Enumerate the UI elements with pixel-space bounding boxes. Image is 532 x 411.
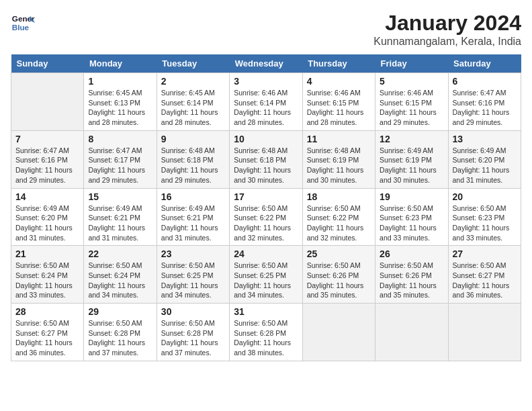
day-detail: Sunrise: 6:47 AMSunset: 6:16 PMDaylight:… xyxy=(15,146,79,185)
calendar-cell xyxy=(11,73,84,131)
calendar-cell: 18Sunrise: 6:50 AMSunset: 6:22 PMDayligh… xyxy=(302,188,375,246)
calendar-title: January 2024 xyxy=(373,11,521,36)
calendar-cell: 17Sunrise: 6:50 AMSunset: 6:22 PMDayligh… xyxy=(230,188,302,246)
calendar-cell: 14Sunrise: 6:49 AMSunset: 6:20 PMDayligh… xyxy=(11,188,84,246)
day-number: 25 xyxy=(307,248,371,259)
calendar-subtitle: Kunnamangalam, Kerala, India xyxy=(373,36,521,48)
day-detail: Sunrise: 6:50 AMSunset: 6:26 PMDaylight:… xyxy=(307,261,371,300)
day-detail: Sunrise: 6:50 AMSunset: 6:22 PMDaylight:… xyxy=(234,203,298,243)
logo: General Blue General Blue xyxy=(11,11,35,35)
day-number: 20 xyxy=(453,191,517,202)
calendar-cell: 31Sunrise: 6:50 AMSunset: 6:28 PMDayligh… xyxy=(230,304,302,361)
day-number: 1 xyxy=(88,76,152,87)
day-header-sunday: Sunday xyxy=(11,54,84,73)
day-detail: Sunrise: 6:46 AMSunset: 6:15 PMDaylight:… xyxy=(380,88,443,128)
calendar-cell: 29Sunrise: 6:50 AMSunset: 6:28 PMDayligh… xyxy=(84,304,157,361)
day-number: 28 xyxy=(15,306,79,317)
day-detail: Sunrise: 6:50 AMSunset: 6:25 PMDaylight:… xyxy=(161,261,225,300)
calendar-cell: 6Sunrise: 6:47 AMSunset: 6:16 PMDaylight… xyxy=(448,73,521,131)
day-number: 4 xyxy=(307,76,371,87)
day-detail: Sunrise: 6:50 AMSunset: 6:22 PMDaylight:… xyxy=(307,203,371,243)
week-row-3: 14Sunrise: 6:49 AMSunset: 6:20 PMDayligh… xyxy=(11,188,521,246)
calendar-table: SundayMondayTuesdayWednesdayThursdayFrid… xyxy=(11,54,521,361)
day-detail: Sunrise: 6:46 AMSunset: 6:14 PMDaylight:… xyxy=(234,88,298,128)
calendar-cell: 30Sunrise: 6:50 AMSunset: 6:28 PMDayligh… xyxy=(157,304,229,361)
day-number: 6 xyxy=(453,76,517,87)
calendar-cell: 26Sunrise: 6:50 AMSunset: 6:26 PMDayligh… xyxy=(375,246,448,304)
day-detail: Sunrise: 6:47 AMSunset: 6:17 PMDaylight:… xyxy=(88,146,152,185)
day-number: 14 xyxy=(15,191,79,202)
day-detail: Sunrise: 6:49 AMSunset: 6:21 PMDaylight:… xyxy=(88,203,152,243)
day-detail: Sunrise: 6:48 AMSunset: 6:18 PMDaylight:… xyxy=(161,146,225,185)
calendar-cell: 21Sunrise: 6:50 AMSunset: 6:24 PMDayligh… xyxy=(11,246,84,304)
day-detail: Sunrise: 6:50 AMSunset: 6:23 PMDaylight:… xyxy=(453,203,517,243)
calendar-cell: 12Sunrise: 6:49 AMSunset: 6:19 PMDayligh… xyxy=(375,130,448,188)
logo-icon: General Blue xyxy=(11,11,35,35)
calendar-cell: 16Sunrise: 6:49 AMSunset: 6:21 PMDayligh… xyxy=(157,188,229,246)
title-block: January 2024 Kunnamangalam, Kerala, Indi… xyxy=(373,11,521,48)
day-detail: Sunrise: 6:46 AMSunset: 6:15 PMDaylight:… xyxy=(307,88,371,128)
day-number: 19 xyxy=(380,191,443,202)
calendar-cell xyxy=(375,304,448,361)
day-number: 3 xyxy=(234,76,298,87)
day-number: 5 xyxy=(380,76,443,87)
calendar-cell: 5Sunrise: 6:46 AMSunset: 6:15 PMDaylight… xyxy=(375,73,448,131)
day-number: 7 xyxy=(15,134,79,144)
day-detail: Sunrise: 6:47 AMSunset: 6:16 PMDaylight:… xyxy=(453,88,517,128)
day-number: 31 xyxy=(234,306,298,317)
day-number: 23 xyxy=(161,248,225,259)
calendar-cell: 13Sunrise: 6:49 AMSunset: 6:20 PMDayligh… xyxy=(448,130,521,188)
calendar-cell: 7Sunrise: 6:47 AMSunset: 6:16 PMDaylight… xyxy=(11,130,84,188)
day-detail: Sunrise: 6:50 AMSunset: 6:27 PMDaylight:… xyxy=(453,261,517,300)
calendar-cell: 2Sunrise: 6:45 AMSunset: 6:14 PMDaylight… xyxy=(157,73,229,131)
day-number: 27 xyxy=(453,248,517,259)
day-header-wednesday: Wednesday xyxy=(230,54,302,73)
day-detail: Sunrise: 6:50 AMSunset: 6:28 PMDaylight:… xyxy=(88,318,152,358)
calendar-cell: 15Sunrise: 6:49 AMSunset: 6:21 PMDayligh… xyxy=(84,188,157,246)
day-detail: Sunrise: 6:50 AMSunset: 6:26 PMDaylight:… xyxy=(380,261,443,300)
calendar-cell: 9Sunrise: 6:48 AMSunset: 6:18 PMDaylight… xyxy=(157,130,229,188)
calendar-cell: 8Sunrise: 6:47 AMSunset: 6:17 PMDaylight… xyxy=(84,130,157,188)
day-header-friday: Friday xyxy=(375,54,448,73)
day-detail: Sunrise: 6:45 AMSunset: 6:14 PMDaylight:… xyxy=(161,88,225,128)
day-number: 30 xyxy=(161,306,225,317)
day-detail: Sunrise: 6:50 AMSunset: 6:24 PMDaylight:… xyxy=(15,261,79,300)
day-header-tuesday: Tuesday xyxy=(157,54,229,73)
calendar-cell: 10Sunrise: 6:48 AMSunset: 6:18 PMDayligh… xyxy=(230,130,302,188)
svg-text:Blue: Blue xyxy=(12,23,30,32)
day-number: 8 xyxy=(88,134,152,144)
calendar-cell xyxy=(448,304,521,361)
calendar-cell: 11Sunrise: 6:48 AMSunset: 6:19 PMDayligh… xyxy=(302,130,375,188)
page-header: General Blue General Blue January 2024 K… xyxy=(11,11,521,48)
day-detail: Sunrise: 6:45 AMSunset: 6:13 PMDaylight:… xyxy=(88,88,152,128)
day-number: 29 xyxy=(88,306,152,317)
week-row-1: 1Sunrise: 6:45 AMSunset: 6:13 PMDaylight… xyxy=(11,73,521,131)
day-detail: Sunrise: 6:50 AMSunset: 6:23 PMDaylight:… xyxy=(380,203,443,243)
day-detail: Sunrise: 6:49 AMSunset: 6:19 PMDaylight:… xyxy=(380,146,443,185)
day-header-thursday: Thursday xyxy=(302,54,375,73)
day-number: 18 xyxy=(307,191,371,202)
calendar-cell: 1Sunrise: 6:45 AMSunset: 6:13 PMDaylight… xyxy=(84,73,157,131)
calendar-cell: 25Sunrise: 6:50 AMSunset: 6:26 PMDayligh… xyxy=(302,246,375,304)
day-number: 22 xyxy=(88,248,152,259)
day-number: 26 xyxy=(380,248,443,259)
week-row-5: 28Sunrise: 6:50 AMSunset: 6:27 PMDayligh… xyxy=(11,304,521,361)
calendar-cell: 3Sunrise: 6:46 AMSunset: 6:14 PMDaylight… xyxy=(230,73,302,131)
day-number: 12 xyxy=(380,134,443,144)
day-header-saturday: Saturday xyxy=(448,54,521,73)
day-number: 10 xyxy=(234,134,298,144)
calendar-cell: 20Sunrise: 6:50 AMSunset: 6:23 PMDayligh… xyxy=(448,188,521,246)
day-detail: Sunrise: 6:50 AMSunset: 6:27 PMDaylight:… xyxy=(15,318,79,358)
day-number: 13 xyxy=(453,134,517,144)
day-detail: Sunrise: 6:50 AMSunset: 6:28 PMDaylight:… xyxy=(234,318,298,358)
day-number: 9 xyxy=(161,134,225,144)
day-number: 17 xyxy=(234,191,298,202)
calendar-cell: 22Sunrise: 6:50 AMSunset: 6:24 PMDayligh… xyxy=(84,246,157,304)
day-number: 21 xyxy=(15,248,79,259)
day-detail: Sunrise: 6:48 AMSunset: 6:18 PMDaylight:… xyxy=(234,146,298,185)
day-number: 15 xyxy=(88,191,152,202)
calendar-cell: 23Sunrise: 6:50 AMSunset: 6:25 PMDayligh… xyxy=(157,246,229,304)
week-row-4: 21Sunrise: 6:50 AMSunset: 6:24 PMDayligh… xyxy=(11,246,521,304)
calendar-cell: 24Sunrise: 6:50 AMSunset: 6:25 PMDayligh… xyxy=(230,246,302,304)
day-detail: Sunrise: 6:49 AMSunset: 6:21 PMDaylight:… xyxy=(161,203,225,243)
